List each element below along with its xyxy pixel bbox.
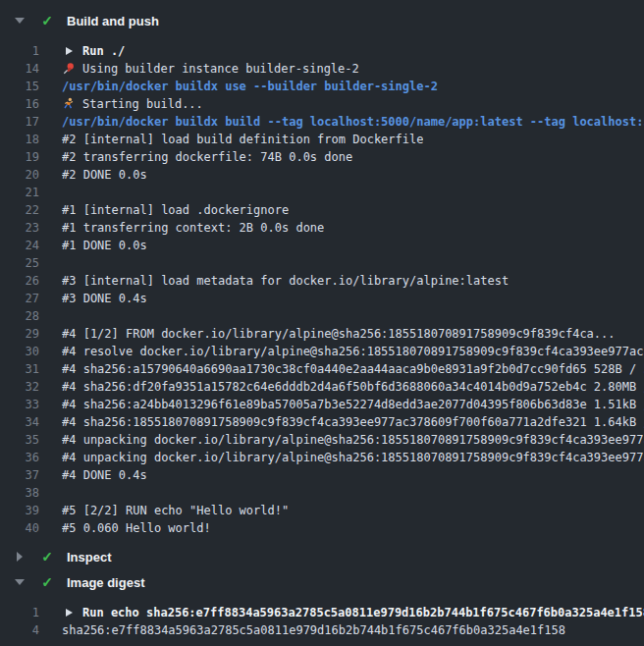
log-line: 24#1 DONE 0.0s	[0, 237, 644, 254]
log-line: 27#3 DONE 0.4s	[0, 290, 644, 307]
line-number[interactable]: 26	[0, 272, 39, 290]
line-number[interactable]: 37	[0, 466, 39, 484]
check-icon: ✓	[38, 13, 56, 28]
log-text: #4 unpacking docker.io/library/alpine@sh…	[62, 449, 644, 466]
line-number[interactable]: 4	[0, 621, 39, 639]
log-text: #5 [2/2] RUN echo "Hello world!"	[62, 502, 289, 519]
chevron-right-icon	[17, 552, 23, 562]
line-number[interactable]: 15	[0, 78, 39, 95]
log-line-run-group[interactable]: 1Run ./	[0, 42, 644, 60]
log-line-content: /usr/bin/docker buildx build --tag local…	[62, 113, 644, 131]
line-number[interactable]: 24	[0, 237, 39, 254]
line-number[interactable]: 18	[0, 131, 39, 148]
log-line-content: Using builder instance builder-single-2	[62, 60, 644, 78]
section-header-build-and-push[interactable]: ✓Build and push	[0, 8, 644, 33]
log-text: #2 DONE 0.0s	[62, 166, 147, 184]
log-line: 23#1 transferring context: 2B 0.0s done	[0, 219, 644, 237]
line-number[interactable]: 38	[0, 484, 39, 502]
log-line-content: #4 resolve docker.io/library/alpine@sha2…	[62, 343, 644, 360]
log-text: sha256:e7ff8834a5963a2785c5a0811e979d16b…	[62, 621, 565, 639]
log-line: 30#4 resolve docker.io/library/alpine@sh…	[0, 343, 644, 360]
log-line: 17/usr/bin/docker buildx build --tag loc…	[0, 113, 644, 131]
log-text: #4 DONE 0.4s	[62, 466, 147, 484]
line-number[interactable]: 17	[0, 113, 39, 131]
line-number[interactable]: 1	[0, 604, 39, 621]
log-line-content: #2 transferring dockerfile: 74B 0.0s don…	[62, 148, 644, 166]
log-line: 16Starting build...	[0, 95, 644, 113]
line-number[interactable]: 39	[0, 502, 39, 519]
log-text: #3 [internal] load metadata for docker.i…	[62, 272, 509, 290]
log-line-run-group[interactable]: 1Run echo sha256:e7ff8834a5963a2785c5a08…	[0, 604, 644, 621]
log-line-content: #4 DONE 0.4s	[62, 466, 644, 484]
pushpin-icon	[62, 62, 76, 76]
log-line-content: #2 DONE 0.0s	[62, 166, 644, 184]
log-text: /usr/bin/docker buildx use --builder bui…	[62, 78, 438, 95]
log-line-content: #4 sha256:df20fa9351a15782c64e6dddb2d4a6…	[62, 378, 644, 396]
line-number[interactable]: 36	[0, 449, 39, 466]
log-text: #4 sha256:a24bb4013296f61e89ba57005a7b3e…	[62, 396, 644, 413]
log-line: 29#4 [1/2] FROM docker.io/library/alpine…	[0, 325, 644, 343]
log-line-content: Run ./	[62, 42, 644, 60]
check-icon: ✓	[38, 574, 56, 590]
log-line-content: #4 unpacking docker.io/library/alpine@sh…	[62, 449, 644, 466]
log-line-content: #4 sha256:185518070891758909c9f839cf4ca3…	[62, 413, 644, 431]
log-text: Starting build...	[82, 95, 203, 113]
line-number[interactable]: 16	[0, 95, 39, 113]
line-number[interactable]: 19	[0, 148, 39, 166]
check-icon: ✓	[38, 549, 56, 565]
log-line: 31#4 sha256:a15790640a6690aa1730c38cf0a4…	[0, 360, 644, 378]
section-title: Inspect	[67, 550, 112, 565]
line-number[interactable]: 23	[0, 219, 39, 237]
log-line: 25	[0, 254, 644, 272]
line-number[interactable]: 25	[0, 254, 39, 272]
log-line-content: #4 [1/2] FROM docker.io/library/alpine@s…	[62, 325, 644, 343]
line-number[interactable]: 40	[0, 519, 39, 537]
line-number[interactable]: 35	[0, 431, 39, 449]
log-line-content: sha256:e7ff8834a5963a2785c5a0811e979d16b…	[62, 621, 644, 639]
log-text: #5 0.060 Hello world!	[62, 519, 211, 537]
line-number[interactable]: 22	[0, 201, 39, 219]
log-line: 26#3 [internal] load metadata for docker…	[0, 272, 644, 290]
log-line: 4sha256:e7ff8834a5963a2785c5a0811e979d16…	[0, 621, 644, 639]
log-line-content: #3 DONE 0.4s	[62, 290, 644, 307]
line-number[interactable]: 34	[0, 413, 39, 431]
line-number[interactable]: 14	[0, 60, 39, 78]
line-number[interactable]: 31	[0, 360, 39, 378]
log-text: #1 DONE 0.0s	[62, 237, 147, 254]
line-number[interactable]: 1	[0, 42, 39, 60]
line-number[interactable]: 27	[0, 290, 39, 307]
log-line: 38	[0, 484, 644, 502]
log-line-content: #5 0.060 Hello world!	[62, 519, 644, 537]
section-header-inspect[interactable]: ✓Inspect	[0, 544, 644, 569]
play-icon	[62, 606, 76, 619]
log-text: Run ./	[82, 42, 125, 60]
log-line: 36#4 unpacking docker.io/library/alpine@…	[0, 449, 644, 466]
log-line-content: #1 transferring context: 2B 0.0s done	[62, 219, 644, 237]
line-number[interactable]: 28	[0, 307, 39, 325]
chevron-down-icon	[15, 579, 25, 585]
log-text: Using builder instance builder-single-2	[82, 60, 359, 78]
line-number[interactable]: 32	[0, 378, 39, 396]
section-header-image-digest[interactable]: ✓Image digest	[0, 569, 644, 595]
log-text: #4 resolve docker.io/library/alpine@sha2…	[62, 343, 644, 360]
log-text: Run echo sha256:e7ff8834a5963a2785c5a081…	[82, 604, 644, 621]
log-text: #1 [internal] load .dockerignore	[62, 201, 289, 219]
log-line-content: #2 [internal] load build definition from…	[62, 131, 644, 148]
log-line: 15/usr/bin/docker buildx use --builder b…	[0, 78, 644, 95]
log-lines-build-and-push: 1Run ./14Using builder instance builder-…	[0, 42, 644, 537]
log-line: 34#4 sha256:185518070891758909c9f839cf4c…	[0, 413, 644, 431]
log-line: 21	[0, 184, 644, 201]
log-line-content: Starting build...	[62, 95, 644, 113]
log-line: 22#1 [internal] load .dockerignore	[0, 201, 644, 219]
log-line-content: #4 unpacking docker.io/library/alpine@sh…	[62, 431, 644, 449]
chevron-down-icon	[15, 18, 25, 24]
log-line: 32#4 sha256:df20fa9351a15782c64e6dddb2d4…	[0, 378, 644, 396]
workflow-log-viewer: ✓Build and push1Run ./14Using builder in…	[0, 0, 644, 646]
line-number[interactable]: 30	[0, 343, 39, 360]
line-number[interactable]: 29	[0, 325, 39, 343]
log-text: #2 [internal] load build definition from…	[62, 131, 423, 148]
line-number[interactable]: 33	[0, 396, 39, 413]
line-number[interactable]: 20	[0, 166, 39, 184]
line-number[interactable]: 21	[0, 184, 39, 201]
log-line-content: #1 DONE 0.0s	[62, 237, 644, 254]
